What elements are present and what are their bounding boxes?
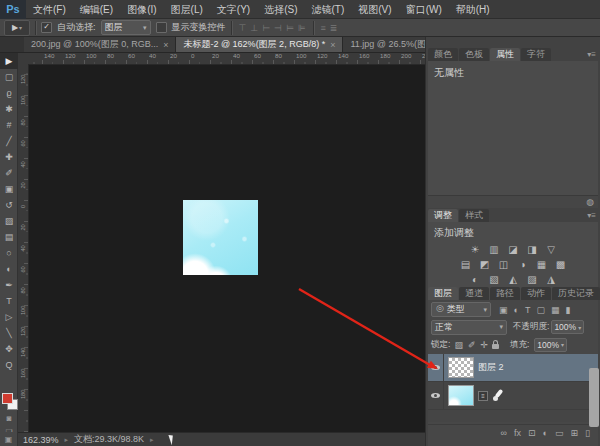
filter-smart-object-icon[interactable]: ▦ (550, 305, 561, 315)
brightness-contrast-icon[interactable]: ☀ (469, 243, 482, 256)
move-tool[interactable]: ▶ (0, 53, 18, 69)
layer-thumbnail[interactable] (448, 385, 474, 406)
color-balance-icon[interactable]: ◩ (478, 258, 491, 271)
layer-row[interactable]: ≡ (428, 382, 598, 410)
lock-transparency-icon[interactable]: ▨ (453, 340, 464, 350)
align-icon[interactable]: ⊤ (237, 23, 249, 33)
new-layer-icon[interactable]: ⊞ (571, 428, 579, 438)
filter-pixel-icon[interactable]: ▣ (498, 305, 509, 315)
vibrance-icon[interactable]: ▽ (545, 243, 558, 256)
layers-tab-通道[interactable]: 通道 (459, 287, 489, 300)
menu-item[interactable]: 图像(I) (120, 0, 163, 19)
current-tool-icon[interactable]: ▶▾ (4, 20, 30, 36)
gradient-map-icon[interactable]: ▨ (526, 273, 539, 286)
layers-tab-路径[interactable]: 路径 (490, 287, 520, 300)
photo-filter-icon[interactable]: ◑ (516, 258, 529, 271)
invert-icon[interactable]: ◐ (469, 273, 482, 286)
quick-mask-icon[interactable]: ◙ (0, 414, 18, 423)
menu-item[interactable]: 文件(F) (26, 0, 73, 19)
panel-footer-icon[interactable]: ◍ (586, 197, 594, 207)
close-icon[interactable]: × (163, 40, 168, 50)
zoom-tool[interactable]: Q (0, 357, 18, 373)
properties-tab-字符[interactable]: 字符 (521, 48, 551, 61)
close-icon[interactable]: × (330, 40, 335, 50)
line-tool[interactable]: ╲ (0, 325, 18, 341)
eraser-tool[interactable]: ▨ (0, 213, 18, 229)
layers-tab-历史记录[interactable]: 历史记录 (552, 287, 600, 300)
gradient-tool[interactable]: ▤ (0, 229, 18, 245)
lock-position-icon[interactable]: ✛ (479, 340, 489, 350)
menu-item[interactable]: 视图(V) (351, 0, 398, 19)
eye-icon[interactable] (431, 363, 440, 372)
filter-type-icon[interactable]: T (524, 305, 532, 315)
brush-tool[interactable]: ✐ (0, 165, 18, 181)
hand-tool[interactable]: ✥ (0, 341, 18, 357)
eyedropper-tool[interactable]: ╱ (0, 133, 18, 149)
status-divider-icon[interactable]: ▸ (150, 436, 154, 444)
selective-color-icon[interactable]: ◮ (545, 273, 558, 286)
group-icon[interactable]: ▭ (555, 428, 564, 438)
panel-menu-icon[interactable]: ▾≡ (587, 209, 598, 222)
clone-stamp-tool[interactable]: ▣ (0, 181, 18, 197)
align-icon[interactable]: ⊥ (248, 23, 260, 33)
fill-field[interactable]: 100%▾ (534, 338, 567, 352)
type-tool[interactable]: T (0, 293, 18, 309)
lock-pixels-icon[interactable]: ✐ (467, 340, 477, 350)
pen-tool[interactable]: ✒ (0, 277, 18, 293)
lock-all-icon[interactable] (492, 344, 499, 349)
opacity-field[interactable]: 100%▾ (551, 320, 584, 334)
zoom-level-field[interactable]: 162.39% (23, 435, 59, 445)
menu-item[interactable]: 图层(L) (164, 0, 210, 19)
hue-saturation-icon[interactable]: ▤ (459, 258, 472, 271)
history-brush-tool[interactable]: ↺ (0, 197, 18, 213)
layer-style-icon[interactable]: fx (514, 428, 521, 438)
magic-wand-tool[interactable]: ✱ (0, 101, 18, 117)
filter-kind-dropdown[interactable]: ◎类型 ▾ (431, 302, 491, 317)
layer-mask-icon[interactable]: ⊡ (528, 428, 536, 438)
path-selection-tool[interactable]: ▷ (0, 309, 18, 325)
posterize-icon[interactable]: ▧ (488, 273, 501, 286)
panel-menu-icon[interactable]: ▾≡ (587, 48, 598, 61)
link-layers-icon[interactable]: ∞ (501, 428, 507, 438)
document-tab[interactable]: 200.jpg @ 100%(图层 0, RGB...× (24, 37, 176, 52)
align-icon[interactable]: ⊫ (296, 23, 308, 33)
adjustments-tab-调整[interactable]: 调整 (428, 209, 458, 222)
exposure-icon[interactable]: ◨ (526, 243, 539, 256)
blur-tool[interactable]: ○ (0, 245, 18, 261)
align-icon[interactable]: ⊣ (272, 23, 284, 33)
canvas-image[interactable] (183, 200, 258, 275)
layers-tab-动作[interactable]: 动作 (521, 287, 551, 300)
menu-item[interactable]: 选择(S) (257, 0, 304, 19)
filter-adjustment-icon[interactable]: ◐ (513, 305, 520, 315)
menu-item[interactable]: 编辑(E) (73, 0, 120, 19)
auto-select-dropdown[interactable]: 图层▾ (101, 20, 151, 35)
visibility-cell[interactable] (428, 354, 444, 381)
properties-tab-颜色[interactable]: 颜色 (428, 48, 458, 61)
distribute-icon[interactable]: ≡ (319, 23, 328, 33)
menu-item[interactable]: 帮助(H) (449, 0, 497, 19)
visibility-cell[interactable] (428, 382, 444, 409)
black-white-icon[interactable]: ◫ (497, 258, 510, 271)
filter-shape-icon[interactable]: ▢ (535, 305, 546, 315)
adjustments-tab-样式[interactable]: 样式 (459, 209, 489, 222)
layers-tab-图层[interactable]: 图层 (428, 287, 458, 300)
delete-layer-icon[interactable]: ▯ (585, 428, 590, 438)
levels-icon[interactable]: ▥ (488, 243, 501, 256)
healing-brush-tool[interactable]: ✚ (0, 149, 18, 165)
dodge-tool[interactable]: ◐ (0, 261, 18, 277)
show-transform-checkbox[interactable] (156, 22, 167, 33)
marquee-tool[interactable]: ▢ (0, 69, 18, 85)
foreground-color-swatch[interactable] (2, 393, 13, 404)
crop-tool[interactable]: # (0, 117, 18, 133)
properties-tab-属性[interactable]: 属性 (490, 48, 520, 61)
menu-item[interactable]: 窗口(W) (399, 0, 449, 19)
distribute-icon[interactable]: ≣ (328, 23, 340, 33)
layer-thumbnail[interactable] (448, 357, 474, 378)
eye-icon[interactable] (431, 391, 440, 400)
lasso-tool[interactable]: ϱ (0, 85, 18, 101)
threshold-icon[interactable]: ◭ (507, 273, 520, 286)
color-lookup-icon[interactable]: ▩ (554, 258, 567, 271)
menu-item[interactable]: 滤镜(T) (305, 0, 352, 19)
document-tab[interactable]: 未标题-2 @ 162%(图层 2, RGB/8) *× (176, 37, 343, 52)
curves-icon[interactable]: ◪ (507, 243, 520, 256)
